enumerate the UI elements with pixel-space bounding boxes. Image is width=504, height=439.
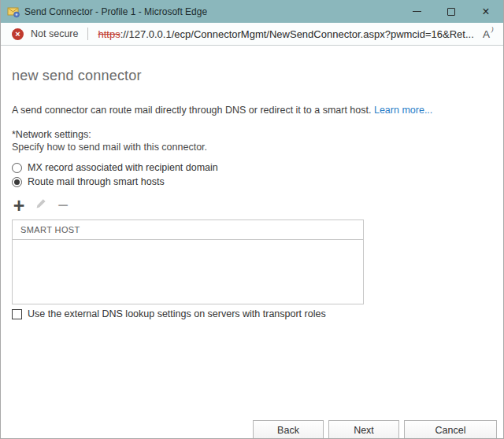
url-scheme-struck: https (98, 28, 120, 40)
read-aloud-icon: A (483, 28, 490, 40)
maximize-icon (447, 8, 455, 16)
edit-smart-host-button[interactable] (34, 197, 48, 214)
window-controls: × (399, 0, 503, 23)
radio-selected-icon[interactable] (12, 177, 22, 187)
smart-host-toolbar: + − (12, 197, 503, 214)
smart-host-list[interactable]: SMART HOST (12, 220, 364, 304)
page-content: new send connector A send connector can … (1, 68, 503, 439)
maximize-button[interactable] (434, 0, 469, 23)
close-icon: × (482, 6, 489, 18)
url-text[interactable]: https://127.0.0.1/ecp/ConnectorMgmt/NewS… (98, 28, 473, 40)
minimize-icon (413, 11, 421, 12)
add-icon: + (13, 197, 25, 213)
titlebar[interactable]: Send Connector - Profile 1 - Microsoft E… (1, 0, 503, 23)
network-settings-hint: Specify how to send mail with this conne… (12, 142, 503, 153)
close-button[interactable]: × (469, 0, 503, 23)
network-settings-radio-group: MX record associated with recipient doma… (12, 160, 503, 189)
radio-unselected-icon[interactable] (12, 163, 22, 173)
read-aloud-paren: ) (491, 25, 494, 32)
minimize-button[interactable] (399, 0, 434, 23)
window-title: Send Connector - Profile 1 - Microsoft E… (24, 6, 207, 17)
intro-sentence: A send connector can route mail directly… (12, 105, 371, 116)
network-settings-label: *Network settings: (12, 129, 503, 140)
page-title: new send connector (12, 68, 503, 84)
external-dns-checkbox[interactable] (12, 309, 22, 319)
address-bar[interactable]: × Not secure https://127.0.0.1/ecp/Conne… (1, 23, 503, 46)
read-aloud-button[interactable]: A) (483, 28, 494, 40)
wizard-footer: Back Next Cancel (253, 420, 497, 439)
remove-icon: − (57, 197, 69, 213)
radio-mx-record-label: MX record associated with recipient doma… (28, 162, 218, 173)
cancel-button[interactable]: Cancel (404, 420, 497, 439)
add-smart-host-button[interactable]: + (12, 197, 26, 214)
browser-window: Send Connector - Profile 1 - Microsoft E… (0, 0, 504, 439)
external-dns-checkbox-label: Use the external DNS lookup settings on … (28, 308, 326, 319)
smart-host-list-body[interactable] (13, 240, 363, 304)
learn-more-link[interactable]: Learn more... (374, 105, 432, 116)
smart-host-column-header[interactable]: SMART HOST (13, 220, 363, 240)
radio-smart-hosts[interactable]: Route mail through smart hosts (12, 175, 503, 189)
badge-x-glyph: × (15, 30, 20, 39)
not-secure-label[interactable]: Not secure (31, 28, 78, 39)
not-secure-warning-icon[interactable]: × (12, 28, 24, 40)
next-button[interactable]: Next (328, 420, 399, 439)
intro-text: A send connector can route mail directly… (12, 103, 467, 118)
url-rest: ://127.0.0.1/ecp/ConnectorMgmt/NewSendCo… (120, 28, 474, 40)
radio-mx-record[interactable]: MX record associated with recipient doma… (12, 160, 503, 175)
back-button[interactable]: Back (253, 420, 324, 439)
address-separator (87, 28, 88, 40)
radio-smart-hosts-label: Route mail through smart hosts (28, 176, 165, 187)
external-dns-checkbox-row[interactable]: Use the external DNS lookup settings on … (12, 308, 503, 319)
pencil-icon (35, 197, 47, 213)
send-connector-favicon-icon (7, 6, 20, 18)
remove-smart-host-button[interactable]: − (56, 197, 70, 214)
